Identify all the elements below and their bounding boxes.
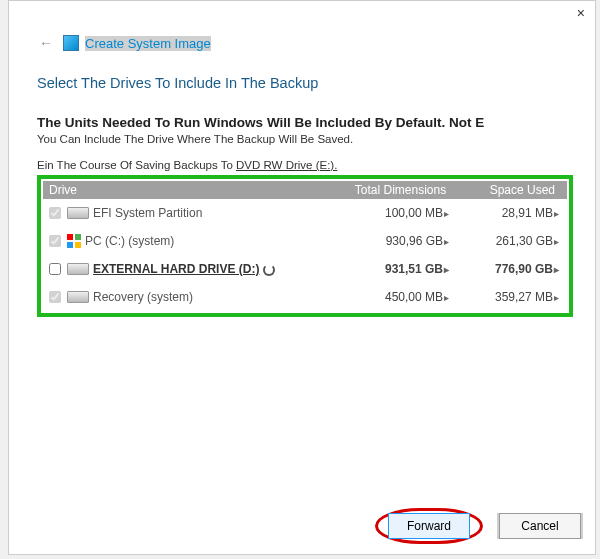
col-total-header: Total Dimensions — [349, 183, 458, 197]
drive-icon — [67, 291, 89, 303]
cell-total: 931,51 GB▸ — [347, 262, 457, 276]
drive-name: PC (C:) (system) — [85, 234, 347, 248]
close-icon[interactable]: × — [577, 5, 585, 21]
footer-buttons: Forward Cancel — [375, 508, 583, 544]
drive-name: EXTERNAL HARD DRIVE (D:) — [93, 262, 347, 276]
cancel-button[interactable]: Cancel — [499, 513, 581, 539]
cancel-shade: Cancel — [497, 513, 583, 539]
table-row: Recovery (system)450,00 MB▸359,27 MB▸ — [43, 283, 567, 311]
drive-icon — [67, 207, 89, 219]
table-row: EFI System Partition100,00 MB▸28,91 MB▸ — [43, 199, 567, 227]
dialog-window: × ← Create System Image Select The Drive… — [8, 0, 596, 555]
cell-used: 261,30 GB▸ — [457, 234, 567, 248]
table-body: EFI System Partition100,00 MB▸28,91 MB▸P… — [43, 199, 567, 311]
drive-checkbox — [49, 291, 61, 303]
col-drive-header: Drive — [43, 183, 349, 197]
col-used-header: Space Used — [458, 183, 567, 197]
header-row: ← Create System Image — [9, 29, 595, 55]
table-header: Drive Total Dimensions Space Used — [43, 181, 567, 199]
cell-total: 450,00 MB▸ — [347, 290, 457, 304]
sub-heading: The Units Needed To Run Windows Will Be … — [37, 115, 573, 130]
drive-name: Recovery (system) — [93, 290, 347, 304]
windows-icon — [67, 234, 81, 248]
cell-used: 776,90 GB▸ — [457, 262, 567, 276]
cell-total: 100,00 MB▸ — [347, 206, 457, 220]
content-area: Select The Drives To Include In The Back… — [9, 55, 595, 317]
back-arrow-icon[interactable]: ← — [39, 35, 53, 51]
loading-spinner-icon — [263, 264, 275, 276]
titlebar: × — [9, 1, 595, 29]
saving-target-line: Ein The Course Of Saving Backups To DVD … — [37, 159, 573, 171]
forward-highlight: Forward — [375, 508, 483, 544]
cell-total: 930,96 GB▸ — [347, 234, 457, 248]
drive-table: Drive Total Dimensions Space Used EFI Sy… — [37, 175, 573, 317]
drive-icon — [67, 263, 89, 275]
table-row: EXTERNAL HARD DRIVE (D:)931,51 GB▸776,90… — [43, 255, 567, 283]
table-row: PC (C:) (system)930,96 GB▸261,30 GB▸ — [43, 227, 567, 255]
app-icon — [63, 35, 79, 51]
saving-prefix: Ein The Course Of Saving Backups To — [37, 159, 236, 171]
forward-button[interactable]: Forward — [388, 513, 470, 539]
cell-used: 28,91 MB▸ — [457, 206, 567, 220]
drive-checkbox[interactable] — [49, 263, 61, 275]
window-title: Create System Image — [85, 36, 211, 51]
saving-drive: DVD RW Drive (E:). — [236, 159, 337, 171]
cell-used: 359,27 MB▸ — [457, 290, 567, 304]
page-heading: Select The Drives To Include In The Back… — [37, 75, 573, 91]
drive-name: EFI System Partition — [93, 206, 347, 220]
drive-checkbox — [49, 207, 61, 219]
drive-checkbox — [49, 235, 61, 247]
sub-text: You Can Include The Drive Where The Back… — [37, 133, 573, 145]
